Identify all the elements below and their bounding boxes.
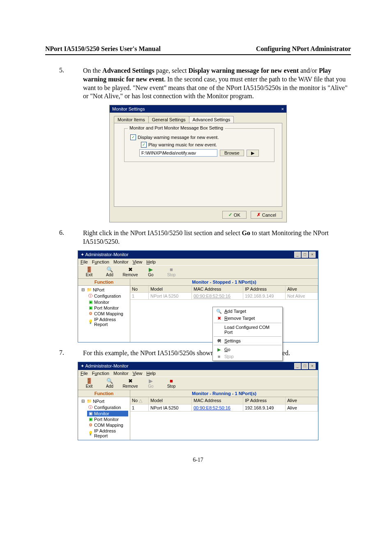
go-icon: ▶ (216, 347, 222, 352)
tree-port-monitor[interactable]: ▣Port Monitor (87, 305, 128, 311)
tree-configuration[interactable]: ⓘConfiguration (87, 404, 128, 411)
tree-root[interactable]: ⊟📁NPort (80, 287, 128, 293)
step7-number: 7. (45, 349, 83, 358)
ctx-settings[interactable]: 🛠Settings (214, 338, 281, 344)
port-monitor-icon: ▣ (88, 417, 93, 421)
table-row[interactable]: 1 NPort IA 5250 00:90:E8:52:50:16 192.16… (130, 293, 318, 300)
menu-view[interactable]: View (133, 371, 143, 376)
checkbox-play-music[interactable]: ✓ (141, 142, 147, 148)
checkbox-display-warning-label: Display warning message for new event. (138, 135, 219, 140)
tab-general-settings[interactable]: General Settings (148, 116, 189, 123)
browse-button[interactable]: Browse (220, 150, 244, 156)
remove-icon: ✖ (128, 267, 133, 273)
tree-ip-address-report[interactable]: 💡IP Address Report (87, 317, 128, 327)
com-mapping-icon: ⚙ (88, 423, 93, 427)
dialog-title: Monitor Settings (112, 106, 145, 111)
stop-icon: ■ (216, 354, 222, 359)
col-no[interactable]: No △ (130, 397, 149, 405)
col-alive[interactable]: Alive (286, 286, 318, 293)
step5-text: On the Advanced Settings page, select Di… (83, 67, 351, 101)
close-icon[interactable]: × (309, 363, 316, 369)
menu-file[interactable]: File (81, 259, 88, 264)
exit-icon: 🚪 (86, 267, 92, 273)
mac-link[interactable]: 00:90:E8:52:50:16 (194, 294, 231, 298)
minimize-icon[interactable]: _ (294, 363, 301, 369)
tool-remove[interactable]: ✖Remove (121, 378, 140, 389)
minimize-icon[interactable]: _ (294, 252, 301, 258)
col-mac[interactable]: MAC Address (192, 397, 243, 405)
cancel-button[interactable]: ✗Cancel (251, 211, 282, 219)
stop-icon: ■ (170, 267, 173, 273)
monitor-icon: ▣ (88, 300, 93, 304)
tree-monitor[interactable]: ▣Monitor (87, 299, 128, 305)
menu-monitor[interactable]: Monitor (113, 259, 129, 264)
ctx-go[interactable]: ▶Go (214, 346, 281, 353)
col-alive[interactable]: Alive (286, 397, 318, 405)
col-mac[interactable]: MAC Address (192, 286, 243, 293)
maximize-icon[interactable]: □ (302, 252, 308, 258)
checkbox-play-music-label: Play warning music for new event. (148, 142, 217, 147)
folder-icon: 📁 (87, 399, 92, 403)
menu-function[interactable]: Function (92, 259, 109, 264)
menu-monitor[interactable]: Monitor (113, 371, 129, 376)
col-no[interactable]: No (130, 286, 149, 293)
administrator-monitor-window-stopped: ✦ Administrator-Monitor _ □ × File Funct… (78, 250, 318, 342)
maximize-icon[interactable]: □ (302, 363, 308, 369)
exit-icon: 🚪 (86, 378, 92, 384)
tab-monitor-items[interactable]: Monitor Items (114, 116, 149, 123)
menu-view[interactable]: View (133, 259, 143, 264)
ok-button[interactable]: ✓OK (222, 211, 247, 219)
function-tree: ⊟📁NPort ⓘConfiguration ▣Monitor ▣Port Mo… (78, 397, 130, 440)
com-mapping-icon: ⚙ (88, 311, 93, 316)
toolbar: 🚪Exit 🔍Add ✖Remove ▶Go ■Stop (78, 377, 318, 390)
tool-add[interactable]: 🔍Add (100, 266, 119, 278)
tool-exit[interactable]: 🚪Exit (80, 266, 99, 278)
tool-exit[interactable]: 🚪Exit (80, 378, 99, 389)
ctx-add-target[interactable]: 🔍Add Target (214, 308, 281, 315)
tool-add[interactable]: 🔍Add (100, 378, 119, 389)
tool-stop[interactable]: ■Stop (162, 378, 181, 389)
tree-ip-address-report[interactable]: 💡IP Address Report (87, 428, 128, 439)
col-ip[interactable]: IP Address (243, 397, 286, 405)
bulb-icon: 💡 (88, 431, 93, 435)
ctx-remove-target[interactable]: ✖Remove Target (214, 315, 281, 322)
col-ip[interactable]: IP Address (243, 286, 286, 293)
status-header-running: Monitor - Running - 1 NPort(s) (130, 390, 318, 397)
tree-configuration[interactable]: ⓘConfiguration (87, 293, 128, 299)
wav-path-input[interactable]: F:\WINXP\Media\notify.wav (139, 149, 217, 157)
table-row[interactable]: 1 NPort IA 5250 00:90:E8:52:50:16 192.16… (130, 405, 318, 412)
close-icon[interactable]: × (281, 106, 284, 111)
tool-remove[interactable]: ✖Remove (121, 266, 140, 278)
tree-port-monitor[interactable]: ▣Port Monitor (87, 416, 128, 422)
col-model[interactable]: Model (149, 397, 192, 405)
app-icon: ✦ (81, 252, 85, 257)
col-model[interactable]: Model (149, 286, 192, 293)
app-icon: ✦ (81, 363, 85, 368)
sort-asc-icon: △ (139, 398, 142, 403)
message-box-setting-group: Monitor and Port Monitor Message Box Set… (124, 128, 274, 162)
administrator-monitor-window-running: ✦ Administrator-Monitor _ □ × File Funct… (78, 362, 318, 440)
menu-file[interactable]: File (81, 371, 88, 376)
menu-help[interactable]: Help (146, 259, 156, 264)
add-icon: 🔍 (106, 378, 113, 384)
step6-number: 6. (45, 229, 83, 246)
menu-function[interactable]: Function (92, 371, 109, 376)
ctx-load-configured[interactable]: Load Configured COM Port (214, 324, 281, 335)
remove-icon: ✖ (128, 378, 133, 384)
tool-go[interactable]: ▶Go (141, 266, 160, 278)
tree-monitor[interactable]: ▣Monitor (87, 411, 128, 416)
mac-link[interactable]: 00:90:E8:52:50:16 (194, 405, 231, 410)
tree-com-mapping[interactable]: ⚙COM Mapping (87, 422, 128, 428)
close-icon[interactable]: × (309, 252, 316, 258)
stop-icon: ■ (170, 378, 173, 384)
header-left: NPort IA5150/5250 Series User's Manual (45, 45, 161, 53)
tab-advanced-settings[interactable]: Advanced Settings (189, 116, 234, 123)
x-icon: ✗ (257, 212, 261, 217)
tree-root[interactable]: ⊟📁NPort (80, 398, 128, 404)
play-button[interactable]: ▶ (247, 150, 259, 157)
settings-icon: 🛠 (216, 338, 222, 343)
menu-help[interactable]: Help (146, 371, 156, 376)
checkbox-display-warning[interactable]: ✓ (130, 134, 136, 140)
go-icon: ▶ (149, 378, 153, 384)
tree-com-mapping[interactable]: ⚙COM Mapping (87, 311, 128, 317)
